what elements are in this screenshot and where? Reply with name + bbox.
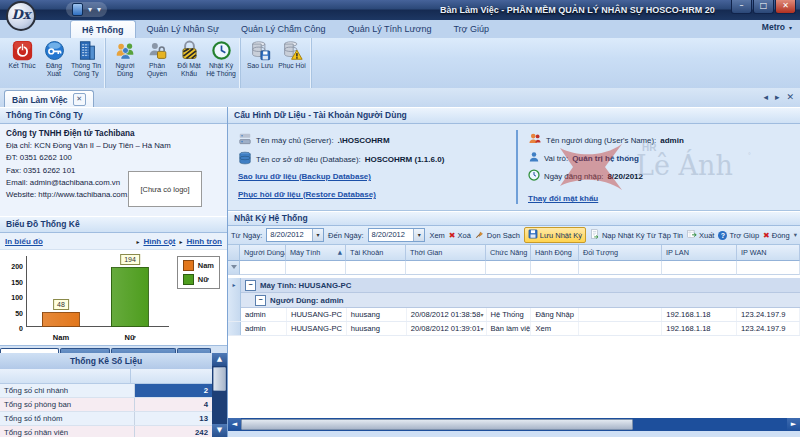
collapse-icon[interactable]: − (255, 295, 266, 306)
left-panel: Thông Tin Công Ty Công ty TNHH Điện tử T… (0, 107, 228, 437)
scroll-right-icon[interactable]: ► (787, 418, 800, 431)
save-log-button[interactable]: Lưu Nhật Ký (524, 227, 586, 243)
database-value: HOSCOHRM (1.1.6.0) (365, 155, 445, 164)
login-date-label: Ngày đăng nhập: (544, 172, 603, 181)
log-row[interactable]: admin HUUSANG-PC huusang 20/08/2012 01:3… (228, 322, 800, 336)
doc-tab-ban-lam-viec[interactable]: Bàn Làm Việc ✕ (4, 90, 94, 108)
server-icon (238, 132, 252, 148)
close-log-button[interactable]: ✖Đóng (763, 231, 790, 240)
to-date-input[interactable]: 8/20/2012▾ (368, 228, 426, 242)
y-tick: 200 (0, 263, 23, 270)
doc-nav-left-icon[interactable]: ◂ (763, 92, 768, 102)
table-row[interactable]: Tổng số chi nhánh 2 (0, 384, 212, 398)
table-row[interactable]: Tổng số tổ nhóm 13 (0, 412, 212, 426)
bar-chart-link[interactable]: Hình cột (143, 237, 175, 246)
column-header[interactable]: IP WAN (737, 245, 800, 261)
restore-database-icon (282, 40, 303, 61)
user-row: Tên người dùng (User's Name): admin (528, 132, 684, 148)
qat-dropdown-icon[interactable]: ▾ (88, 5, 92, 14)
close-button[interactable]: ✕ (775, 0, 796, 14)
qat-app-icon[interactable] (72, 3, 83, 16)
thong-tin-cong-ty-button[interactable]: Thông Tin Công Ty (70, 39, 102, 77)
help-button[interactable]: ?Trợ Giúp (718, 231, 759, 240)
company-name: Công ty TNHH Điện tử Tachibana (6, 129, 227, 138)
login-date-value: 8/20/2012 (607, 172, 643, 181)
grid-filter-row[interactable] (228, 261, 800, 275)
nguoi-dung-button[interactable]: Người Dùng (109, 39, 141, 77)
table-row[interactable]: Tổng số nhân viên 242 (0, 426, 212, 437)
maximize-button[interactable]: □ (753, 0, 774, 14)
skin-selector[interactable]: Metro ▾ (762, 22, 792, 32)
column-header[interactable]: Thời Gian (406, 245, 486, 261)
change-password-link[interactable]: Thay đổi mật khẩu (528, 194, 598, 203)
toolbar-overflow-icon[interactable]: ▾ (794, 231, 797, 239)
column-header[interactable]: Đối Tượng (579, 245, 662, 261)
log-row[interactable]: admin HUUSANG-PC huusang 20/08/2012 01:3… (228, 308, 800, 322)
clean-button[interactable]: Dọn Sạch (475, 229, 520, 241)
scroll-left-icon[interactable]: ◄ (228, 418, 241, 431)
print-chart-link[interactable]: In biểu đồ (5, 237, 43, 246)
sort-asc-icon: ▲ (338, 245, 342, 260)
group-row-user[interactable]: − Người Dùng: admin (228, 293, 800, 308)
backup-link-row: Sao lưu dữ liệu (Backup Database) (238, 172, 371, 181)
close-x-icon: ✖ (763, 231, 770, 240)
pie-chart-link[interactable]: Hình tròn (186, 237, 222, 246)
doc-nav-close-icon[interactable]: ✕ (786, 92, 794, 102)
column-header[interactable]: Hành Động (531, 245, 579, 261)
save-icon (528, 229, 538, 241)
minimize-button[interactable]: – (731, 0, 752, 14)
x-label-nam: Nam (31, 333, 91, 342)
view-button[interactable]: Xem (429, 231, 444, 240)
dropdown-icon[interactable]: ▾ (413, 229, 424, 241)
scroll-up-icon[interactable]: ▲ (212, 353, 227, 366)
collapse-icon[interactable]: − (245, 280, 256, 291)
role-row: Vai trò: Quản trị hệ thống (528, 151, 639, 165)
load-log-button[interactable]: Nạp Nhật Ký Từ Tập Tin (590, 229, 683, 241)
app-logo[interactable]: Dx (6, 1, 36, 31)
doi-mat-khau-button[interactable]: Đổi Mật Khẩu (173, 39, 205, 77)
bar-nam (42, 312, 80, 327)
broom-icon (475, 229, 485, 241)
phuc-hoi-button[interactable]: Phục Hồi (276, 39, 308, 70)
column-header[interactable]: Người Dùng▲ (240, 245, 286, 261)
doc-nav-right-icon[interactable]: ▸ (775, 92, 780, 102)
ribbon-tab-he-thong[interactable]: Hệ Thống (70, 20, 136, 38)
column-header[interactable]: Tài Khoản (346, 245, 406, 261)
title-bar: Bàn Làm Việc - PHẦN MỀM QUẢN LÝ NHÂN SỰ … (0, 0, 800, 20)
doc-tab-close-icon[interactable]: ✕ (73, 93, 86, 106)
skin-dropdown-icon: ▾ (789, 24, 792, 31)
backup-database-link[interactable]: Sao lưu dữ liệu (Backup Database) (238, 172, 371, 181)
group-row-computer[interactable]: ▸ − Máy Tính: HUUSANG-PC (228, 278, 800, 293)
ribbon-tab-tro-giup[interactable]: Trợ Giúp (442, 20, 500, 38)
stats-vertical-scrollbar[interactable]: ▲ ▼ (212, 353, 227, 437)
row-indicator (228, 308, 241, 321)
role-label: Vai trò: (544, 154, 568, 163)
column-header[interactable]: Chức Năng (486, 245, 531, 261)
dang-xuat-button[interactable]: Đăng Xuất (38, 39, 70, 77)
delete-button[interactable]: ✖Xoá (449, 231, 471, 240)
nhat-ky-he-thong-button[interactable]: Nhật Ký Hệ Thống (205, 39, 237, 77)
column-header[interactable]: IP LAN (662, 245, 737, 261)
phan-quyen-button[interactable]: Phân Quyền (141, 39, 173, 77)
scrollbar-thumb[interactable] (241, 419, 633, 430)
export-button[interactable]: Xuất (687, 229, 714, 241)
log-horizontal-scrollbar[interactable]: ◄ ► (228, 418, 800, 431)
restore-database-link[interactable]: Phục hồi dữ liệu (Restore Database) (238, 190, 376, 199)
qat-customize-icon[interactable]: ▾ (97, 5, 101, 14)
selected-cell: 2 (135, 384, 212, 397)
ribbon-tab-quan-ly-nhan-su[interactable]: Quản Lý Nhân Sự (136, 20, 231, 38)
column-header[interactable]: Máy Tính▲ (286, 245, 346, 261)
ket-thuc-button[interactable]: Kết Thúc (6, 39, 38, 70)
from-date-input[interactable]: 8/20/2012▾ (266, 228, 324, 242)
server-value: .\HOSCOHRM (338, 136, 390, 145)
sao-luu-button[interactable]: Sao Lưu (244, 39, 276, 70)
scroll-down-icon[interactable]: ▼ (212, 424, 227, 437)
window-title: Bàn Làm Việc - PHẦN MỀM QUẢN LÝ NHÂN SỰ … (440, 0, 715, 20)
table-row[interactable]: Tổng số phòng ban 4 (0, 398, 212, 412)
row-indicator: ▸ (228, 278, 241, 293)
ribbon-tab-quan-ly-cham-cong[interactable]: Quản Lý Chấm Công (230, 20, 337, 38)
scrollbar-thumb[interactable] (213, 367, 226, 391)
company-building-icon (76, 40, 97, 61)
dropdown-icon[interactable]: ▾ (312, 229, 323, 241)
ribbon-tab-quan-ly-tinh-luong[interactable]: Quản Lý Tính Lương (337, 20, 443, 38)
